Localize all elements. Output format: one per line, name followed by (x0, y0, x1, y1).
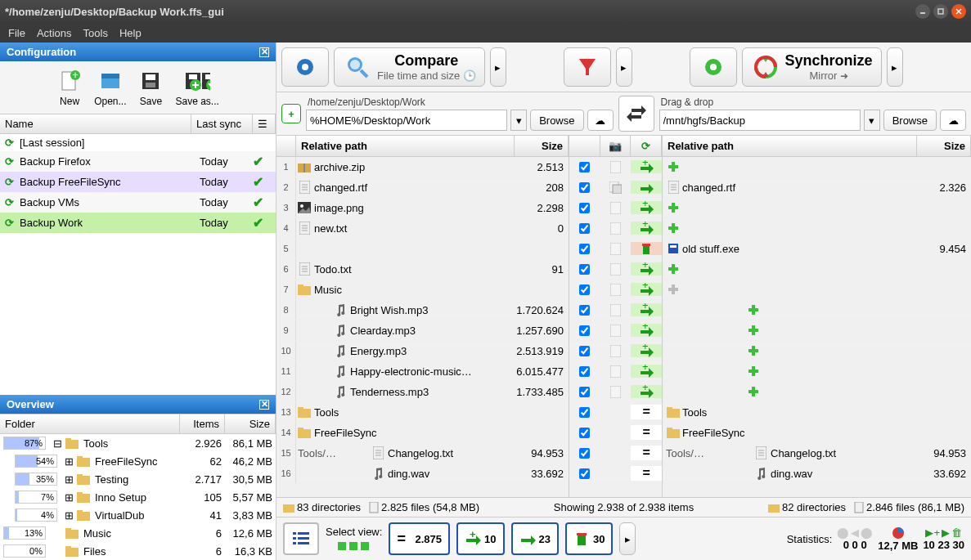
action-icon[interactable]: + (631, 262, 662, 276)
left-row[interactable]: 7Music (276, 280, 569, 300)
action-icon[interactable] (631, 242, 662, 255)
right-col-relpath[interactable]: Relative path (663, 136, 917, 156)
config-list[interactable]: ⟳[Last session]⟳Backup FirefoxToday✔⟳Bac… (0, 134, 276, 233)
overview-row[interactable]: 13%Music612,6 MB (0, 524, 276, 542)
left-row[interactable]: 1archive.zip2.513 (276, 157, 569, 177)
left-row[interactable]: 6Todo.txt91 (276, 259, 569, 280)
action-icon[interactable]: = (631, 466, 662, 481)
action-icon[interactable]: = (631, 425, 662, 440)
action-icon[interactable]: + (631, 283, 662, 296)
include-checkbox[interactable] (579, 284, 590, 295)
left-row[interactable]: 2changed.rtf208 (276, 177, 569, 198)
middle-grid[interactable]: ++++++++++==== (569, 157, 662, 497)
filter-dropdown-button[interactable]: ▸ (616, 47, 632, 87)
mid-col-category-icon[interactable]: 📷 (600, 136, 632, 156)
sync-dropdown-button[interactable]: ▸ (887, 47, 903, 87)
left-path-input[interactable] (306, 110, 507, 131)
left-row[interactable]: 12Tenderness.mp31.733.485 (276, 382, 569, 402)
mid-row[interactable]: = (569, 402, 662, 423)
overview-row[interactable]: 54%⊞FreeFileSync6246,2 MB (0, 452, 276, 470)
overview-row[interactable]: 0%Files616,3 KB (0, 542, 276, 560)
action-icon[interactable]: = (631, 405, 662, 419)
left-row[interactable]: 9Clearday.mp31.257.690 (276, 320, 569, 341)
right-row[interactable]: ding.wav33.692 (663, 464, 971, 484)
col-items[interactable]: Items (180, 414, 225, 433)
left-row[interactable]: 3image.png2.298 (276, 198, 569, 218)
col-lastsync[interactable]: Last sync (191, 114, 253, 133)
mid-row[interactable]: + (569, 382, 662, 402)
action-icon[interactable] (631, 181, 662, 194)
left-row[interactable]: 11Happy-electronic-music…6.015.477 (276, 361, 569, 382)
right-row[interactable]: changed.rtf2.326 (663, 177, 971, 198)
menu-actions[interactable]: Actions (37, 27, 72, 39)
col-name[interactable]: Name (0, 114, 191, 133)
right-row[interactable]: FreeFileSync (663, 423, 971, 443)
left-col-relpath[interactable]: Relative path (296, 136, 515, 156)
action-icon[interactable]: + (631, 385, 662, 398)
sync-settings-button[interactable] (690, 47, 737, 87)
mid-row[interactable]: + (569, 341, 662, 361)
view-delete-right-button[interactable]: 30 (565, 522, 613, 555)
right-row[interactable] (663, 341, 971, 361)
right-row[interactable] (663, 157, 971, 177)
view-equal-button[interactable]: = 2.875 (389, 522, 450, 555)
overview-row[interactable]: 7%⊞Inno Setup1055,57 MB (0, 488, 276, 506)
save-button[interactable]: Save (134, 66, 167, 109)
action-icon[interactable]: + (631, 160, 662, 173)
left-row[interactable]: 14FreeFileSync (276, 423, 569, 443)
action-icon[interactable]: + (631, 201, 662, 214)
mid-row[interactable]: + (569, 259, 662, 280)
mid-col-check[interactable] (569, 136, 600, 156)
mid-row[interactable] (569, 177, 662, 198)
action-icon[interactable]: = (631, 446, 662, 460)
config-row[interactable]: ⟳Backup FreeFileSyncToday✔ (0, 172, 276, 192)
left-row[interactable]: 13Tools (276, 402, 569, 423)
menu-tools[interactable]: Tools (83, 27, 108, 39)
filter-button[interactable] (564, 47, 611, 87)
right-grid[interactable]: changed.rtf2.326old stuff.exe9.454ToolsF… (663, 157, 971, 497)
include-checkbox[interactable] (579, 448, 590, 459)
right-row[interactable]: Tools (663, 402, 971, 423)
left-row[interactable]: 10Energy.mp32.513.919 (276, 341, 569, 361)
new-button[interactable]: + New (53, 66, 86, 109)
overview-row[interactable]: 35%⊞Testing2.71730,5 MB (0, 470, 276, 488)
right-row[interactable] (663, 361, 971, 382)
col-size[interactable]: Size (225, 414, 276, 433)
mid-row[interactable]: + (569, 218, 662, 239)
saveas-button[interactable]: Save as... (172, 66, 222, 109)
right-row[interactable] (663, 320, 971, 341)
overview-row[interactable]: 4%⊞VirtualDub413,83 MB (0, 506, 276, 524)
include-checkbox[interactable] (579, 387, 590, 397)
left-path-dropdown[interactable]: ▾ (510, 110, 527, 131)
left-row[interactable]: 5 (276, 239, 569, 259)
right-row[interactable] (663, 218, 971, 239)
view-update-right-button[interactable]: 23 (511, 522, 559, 555)
mid-row[interactable]: = (569, 464, 662, 484)
config-row[interactable]: ⟳Backup VMsToday✔ (0, 192, 276, 213)
compare-button[interactable]: CompareFile time and size 🕒 (334, 47, 485, 87)
left-grid[interactable]: 1archive.zip2.5132changed.rtf2083image.p… (276, 157, 569, 497)
right-browse-button[interactable]: Browse (883, 110, 937, 131)
overview-row[interactable]: 87%⊟Tools2.92686,1 MB (0, 434, 276, 452)
right-row[interactable] (663, 382, 971, 402)
left-row[interactable]: 8Bright Wish.mp31.720.624 (276, 300, 569, 320)
close-button[interactable] (951, 4, 966, 19)
right-row[interactable] (663, 259, 971, 280)
action-icon[interactable]: + (631, 365, 662, 378)
action-icon[interactable]: + (631, 344, 662, 357)
minimize-button[interactable] (915, 4, 930, 19)
action-icon[interactable]: + (631, 222, 662, 235)
mid-row[interactable]: + (569, 280, 662, 300)
left-col-size[interactable]: Size (515, 136, 569, 156)
mid-row[interactable] (569, 239, 662, 259)
mid-row[interactable]: + (569, 320, 662, 341)
include-checkbox[interactable] (579, 325, 590, 336)
config-row[interactable]: ⟳Backup FirefoxToday✔ (0, 151, 276, 172)
right-path-input[interactable] (659, 110, 861, 131)
left-row[interactable]: 16ding.wav33.692 (276, 464, 569, 484)
include-checkbox[interactable] (579, 366, 590, 377)
include-checkbox[interactable] (579, 468, 590, 479)
view-create-right-button[interactable]: +10 (456, 522, 504, 555)
overview-panel-close-icon[interactable]: ✕ (259, 400, 269, 410)
right-row[interactable] (663, 280, 971, 300)
